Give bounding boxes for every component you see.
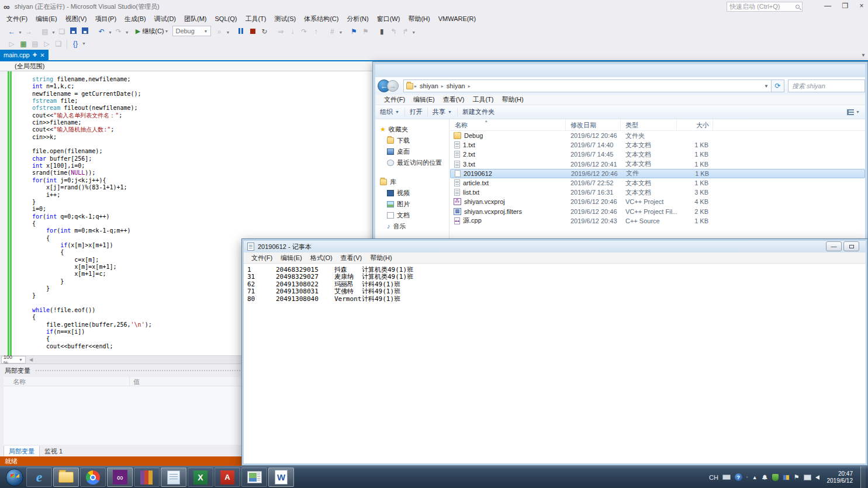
- show-next-icon[interactable]: ⇒: [275, 26, 286, 37]
- nav-back-icon[interactable]: ←: [6, 26, 17, 37]
- taskbar-button-word[interactable]: W: [268, 468, 294, 487]
- vs-menu-item[interactable]: SQL(Q): [211, 13, 241, 24]
- sidebar-group-收藏夹[interactable]: ★收藏夹: [375, 124, 449, 135]
- vs-menu-item[interactable]: 帮助(H): [404, 13, 434, 25]
- taskbar-button-winrar[interactable]: [134, 468, 160, 487]
- vs-menu-item[interactable]: 视图(V): [61, 13, 91, 25]
- forward-button[interactable]: →: [387, 80, 399, 92]
- file-row-Debug[interactable]: Debug2019/6/12 20:46文件夹: [450, 131, 865, 140]
- address-dropdown-icon[interactable]: ▼: [764, 84, 769, 89]
- explorer-menu-item[interactable]: 工具(T): [468, 94, 497, 105]
- vs-menu-item[interactable]: 工具(T): [241, 13, 270, 25]
- vs-menu-item[interactable]: 生成(B): [120, 13, 150, 25]
- vs-menu-item[interactable]: 文件(F): [2, 13, 32, 25]
- hex-icon[interactable]: #: [327, 26, 337, 37]
- step-over-icon[interactable]: ↷: [299, 26, 309, 37]
- network-icon[interactable]: [804, 475, 811, 480]
- sidebar-item-桌面[interactable]: 桌面: [375, 146, 449, 157]
- save-all-icon[interactable]: [80, 25, 91, 36]
- start-button[interactable]: [4, 468, 26, 487]
- keyboard-icon[interactable]: [722, 475, 731, 480]
- solution-config-dropdown[interactable]: Debug ▼: [172, 26, 211, 36]
- action-center-flag-icon[interactable]: ⚑: [794, 473, 800, 481]
- notepad-menu-item[interactable]: 编辑(E): [276, 252, 306, 264]
- show-desktop-button[interactable]: [860, 466, 866, 488]
- notepad-menu-item[interactable]: 格式(O): [306, 252, 337, 264]
- notepad-minimize-button[interactable]: —: [826, 241, 842, 251]
- notification-bell-icon[interactable]: 🔔︎: [762, 474, 768, 481]
- scope-dropdown[interactable]: (全局范围): [15, 62, 44, 71]
- taskbar-button-notepad[interactable]: [161, 468, 186, 487]
- vs-menu-item[interactable]: 编辑(E): [32, 13, 61, 25]
- vs-titlebar[interactable]: ∞ shiyan (正在运行) - Microsoft Visual Studi…: [0, 0, 868, 13]
- show-hidden-icons-arrow[interactable]: ▲: [752, 475, 758, 480]
- file-row-article.txt[interactable]: article.txt2019/6/7 22:52文本文档1 KB: [450, 178, 865, 188]
- dropdown-chevron-icon[interactable]: ▼: [338, 30, 343, 34]
- vs-menu-item[interactable]: VMWARE(R): [434, 13, 480, 24]
- notepad-menu-item[interactable]: 帮助(H): [366, 252, 396, 264]
- language-indicator[interactable]: CH: [709, 474, 718, 481]
- command-新建文件夹[interactable]: 新建文件夹: [458, 106, 499, 118]
- sidebar-item-音乐[interactable]: ♪音乐: [375, 221, 449, 232]
- sidebar-item-文档[interactable]: 文档: [375, 210, 449, 221]
- taskbar-button-visual-studio[interactable]: ∞: [107, 468, 133, 487]
- sidebar-item-图片[interactable]: 图片: [375, 199, 449, 210]
- taskbar-button-pdf[interactable]: A: [215, 468, 240, 487]
- continue-button[interactable]: ▶ 继续(C) ▼: [136, 27, 170, 36]
- tab-main-cpp[interactable]: main.cpp ✚ ✕: [0, 50, 49, 60]
- explorer-search-input[interactable]: 搜索 shiyan: [788, 79, 865, 92]
- view-mode-button[interactable]: ▼: [847, 109, 860, 115]
- notepad-titlebar[interactable]: 20190612 - 记事本: [244, 241, 866, 252]
- vs-close-button[interactable]: ×: [853, 0, 868, 12]
- bookmark-add-icon[interactable]: ⚑: [348, 26, 359, 37]
- command-共享[interactable]: 共享▼: [428, 106, 457, 118]
- braces-icon[interactable]: {}: [70, 39, 81, 49]
- dropdown-chevron-icon[interactable]: ▼: [82, 41, 86, 46]
- column-header-类型[interactable]: 类型: [621, 119, 677, 130]
- sidebar-item-视频[interactable]: 视频: [375, 188, 449, 199]
- doc-prev-icon[interactable]: ▷: [6, 39, 17, 49]
- explorer-menu-item[interactable]: 查看(V): [439, 94, 469, 105]
- column-header-大小[interactable]: 大小: [677, 119, 713, 130]
- bookmark-del-icon[interactable]: ⚑: [360, 26, 371, 37]
- restart-icon[interactable]: ↻: [259, 26, 269, 37]
- vmware-tray-icon[interactable]: [783, 475, 790, 480]
- notepad-text-area[interactable]: 120468329015抖森计算机类49(1)班3120498329027麦康纳…: [244, 264, 866, 463]
- bookmark-icon[interactable]: ▮: [376, 26, 387, 37]
- vs-menu-item[interactable]: 窗口(W): [373, 13, 404, 25]
- stop-icon[interactable]: [247, 26, 258, 36]
- vs-menu-item[interactable]: 团队(M): [180, 13, 211, 25]
- vs-minimize-button[interactable]: —: [819, 0, 836, 12]
- security-shield-icon[interactable]: [772, 474, 779, 481]
- explorer-menu-item[interactable]: 编辑(E): [409, 94, 439, 105]
- breadcrumb-shiyan-1[interactable]: shiyan: [418, 82, 440, 89]
- locals-col-name[interactable]: 名称: [4, 377, 130, 386]
- address-bar[interactable]: ▸ shiyan ▸ shiyan ▸ ▼: [403, 79, 772, 92]
- taskbar-button-excel[interactable]: X: [188, 468, 213, 487]
- undo-icon[interactable]: ↶: [96, 26, 107, 37]
- dropdown-chevron-icon[interactable]: ▼: [51, 30, 56, 34]
- vs-menu-item[interactable]: 体系结构(C): [300, 13, 343, 25]
- redo-icon[interactable]: ↷: [113, 26, 124, 37]
- file-row-list.txt[interactable]: list.txt2019/6/7 16:31文本文档3 KB: [450, 188, 865, 197]
- vs-menu-item[interactable]: 调试(D): [150, 13, 180, 25]
- vs-menu-item[interactable]: 分析(N): [343, 13, 372, 25]
- paste-icon[interactable]: ▤: [40, 26, 50, 37]
- save-icon[interactable]: [68, 25, 79, 36]
- tab-watch1[interactable]: 监视 1: [40, 446, 67, 457]
- bookmark-prev-icon[interactable]: ↰: [388, 26, 399, 37]
- explorer-titlebar[interactable]: [375, 64, 865, 77]
- tray-overflow-chevron-icon[interactable]: ◦: [746, 475, 748, 480]
- vs-menu-item[interactable]: 项目(P): [91, 13, 120, 25]
- hscroll-left-arrow-icon[interactable]: ◀: [29, 357, 33, 362]
- pin-icon[interactable]: ✚: [33, 52, 37, 58]
- dropdown-chevron-icon[interactable]: ▼: [18, 30, 22, 34]
- file-row-源.cpp[interactable]: 源.cpp2019/6/12 20:43C++ Source1 KB: [450, 216, 865, 226]
- doc-muted-icon[interactable]: ▤: [30, 39, 40, 49]
- refresh-icon[interactable]: ⟳: [772, 79, 784, 92]
- sidebar-item-下载[interactable]: 下载: [375, 135, 449, 146]
- quick-launch-input[interactable]: 快速启动 (Ctrl+Q): [727, 2, 803, 12]
- taskbar-button-viewer[interactable]: [241, 468, 267, 487]
- help-icon[interactable]: ?: [735, 473, 742, 481]
- dropdown-chevron-icon[interactable]: ▼: [226, 30, 230, 34]
